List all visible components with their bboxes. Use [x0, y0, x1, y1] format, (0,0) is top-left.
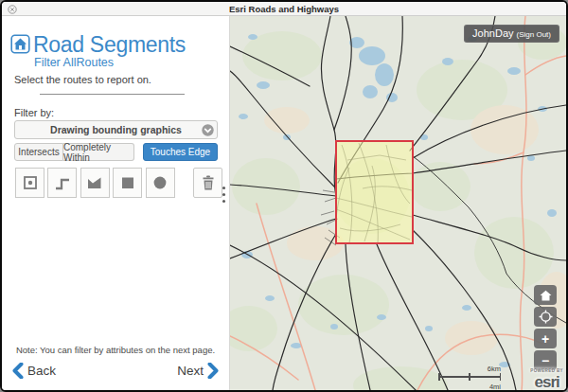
dropdown-selected-value: Drawing bounding graphics	[50, 124, 182, 135]
divider	[40, 94, 185, 95]
user-signout-button[interactable]: JohnDay (Sign Out)	[464, 25, 559, 43]
draw-point-button[interactable]	[15, 168, 44, 198]
draw-tools-toolbar	[15, 168, 222, 198]
back-button[interactable]: Back	[12, 363, 56, 379]
esri-logo: POWERED BY esri	[530, 369, 563, 391]
panel-resize-handle[interactable]	[222, 187, 226, 206]
zoom-out-button[interactable]: −	[534, 350, 557, 370]
chevron-down-icon	[202, 124, 214, 136]
basemap-graphic	[230, 16, 566, 390]
user-name: JohnDay	[472, 27, 513, 39]
chevron-left-icon	[12, 363, 24, 379]
intersects-button[interactable]: Intersects	[14, 143, 63, 161]
draw-line-button[interactable]	[47, 168, 77, 198]
esri-wordmark: esri	[530, 374, 563, 390]
back-label: Back	[27, 364, 56, 378]
rectangle-icon	[119, 174, 136, 191]
touches-edge-button[interactable]: Touches Edge	[143, 143, 218, 161]
next-label: Next	[177, 364, 204, 378]
delete-graphics-button[interactable]	[193, 168, 222, 198]
next-button[interactable]: Next	[177, 363, 219, 379]
instruction-text: Select the routes to report on.	[14, 74, 151, 85]
app-window: Esri Roads and Highways Road Segments Fi…	[0, 0, 568, 392]
window-title: Esri Roads and Highways	[229, 4, 339, 14]
page-subtitle: Filter AllRoutes	[34, 56, 114, 69]
page-title: Road Segments	[33, 32, 186, 58]
spatial-relation-buttons: Intersects Completely Within Touches Edg…	[14, 143, 218, 161]
map-controls: + −	[534, 285, 557, 372]
locate-button[interactable]	[534, 307, 557, 327]
polyline-icon	[54, 174, 71, 191]
zoom-in-button[interactable]: +	[534, 329, 557, 348]
title-bar: Esri Roads and Highways	[2, 2, 566, 16]
locate-icon	[539, 310, 553, 324]
sign-out-label: (Sign Out)	[517, 30, 551, 39]
trash-icon	[200, 174, 217, 191]
completely-within-button[interactable]: Completely Within	[63, 143, 134, 161]
point-icon	[22, 174, 39, 191]
chevron-right-icon	[207, 363, 219, 379]
note-text: Note: You can filter by attributes on th…	[2, 345, 229, 355]
home-extent-icon	[540, 290, 552, 301]
polygon-icon	[86, 174, 103, 191]
home-extent-button[interactable]	[534, 285, 557, 305]
close-icon[interactable]	[8, 5, 17, 14]
map-canvas[interactable]: JohnDay (Sign Out) + −	[230, 16, 566, 390]
filter-method-dropdown[interactable]: Drawing bounding graphics	[14, 120, 218, 139]
filter-by-label: Filter by:	[14, 107, 54, 118]
home-icon[interactable]	[10, 34, 30, 54]
draw-rectangle-button[interactable]	[113, 168, 142, 198]
circle-icon	[151, 174, 169, 191]
selection-rectangle[interactable]	[336, 141, 413, 243]
draw-circle-button[interactable]	[146, 168, 175, 198]
filter-panel: Road Segments Filter AllRoutes Select th…	[2, 16, 230, 390]
draw-polygon-button[interactable]	[80, 168, 110, 198]
